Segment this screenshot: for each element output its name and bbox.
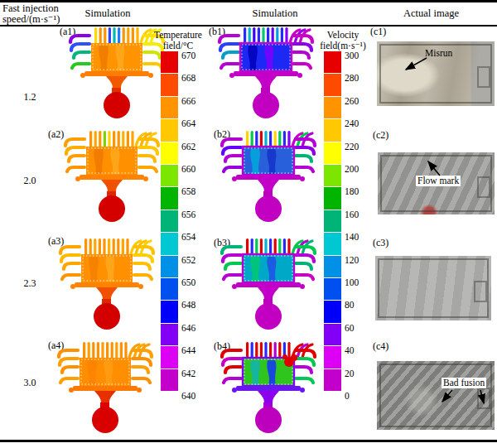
header-simulation-2: Simulation — [225, 8, 325, 19]
figure-canvas: Fast injection speed/(m·s⁻¹) Simulation … — [0, 0, 497, 448]
flow-mark-arrow — [424, 159, 444, 177]
header-simulation-1: Simulation — [58, 8, 157, 19]
velocity-simulation-b4 — [216, 340, 321, 434]
bad-fusion-arrow-right — [475, 388, 488, 407]
temperature-title-line2: field/°C — [149, 41, 207, 51]
temperature-colorbar-title: Temperature field/°C — [149, 30, 207, 51]
overflow-tab — [477, 66, 490, 88]
overflow-tab — [477, 176, 490, 198]
bottom-border — [0, 440, 497, 442]
velocity-simulation-b3 — [216, 236, 321, 330]
panel-label-c3: (c3) — [373, 237, 388, 249]
velocity-title-line1: Velocity — [311, 30, 374, 41]
photo-c1: Misrun — [377, 41, 495, 106]
velocity-colorbar-title: Velocity field(m·s⁻¹) — [311, 30, 374, 51]
temperature-colorbar — [161, 51, 178, 391]
photo-c4: Bad fusion — [377, 361, 495, 430]
annotation-misrun: Misrun — [425, 48, 452, 59]
temperature-simulation-a2 — [60, 128, 164, 223]
speed-label-row1: 1.2 — [13, 91, 46, 104]
panel-label-c2: (c2) — [373, 129, 388, 142]
top-border — [0, 0, 497, 2]
misrun-arrow — [400, 56, 428, 73]
panel-label-c4: (c4) — [373, 340, 388, 353]
velocity-colorbar-labels: 3002802602402202001801601401201008060402… — [345, 51, 371, 402]
photo-c2: Flow mark — [378, 152, 495, 214]
header-actual-image: Actual image — [379, 8, 483, 19]
temperature-title-line1: Temperature — [149, 30, 207, 41]
overflow-tab — [474, 281, 487, 302]
velocity-simulation-b2 — [216, 128, 321, 223]
speed-label-row4: 3.0 — [13, 377, 46, 389]
velocity-title-line2: field(m·s⁻¹) — [311, 41, 374, 51]
velocity-simulation-b1 — [214, 25, 318, 119]
photo-c3 — [375, 256, 491, 320]
velocity-colorbar — [324, 51, 341, 391]
annotation-bad-fusion: Bad fusion — [442, 378, 486, 388]
temperature-colorbar-labels: 6706686666646626606586566546526506486466… — [181, 51, 208, 402]
temperature-simulation-a3 — [55, 236, 159, 330]
casting-frame — [378, 258, 489, 318]
speed-label-row3: 2.3 — [13, 277, 46, 290]
temperature-simulation-a4 — [53, 340, 157, 434]
bad-fusion-arrow-left — [438, 388, 456, 405]
speed-label-row2: 2.0 — [13, 175, 46, 187]
